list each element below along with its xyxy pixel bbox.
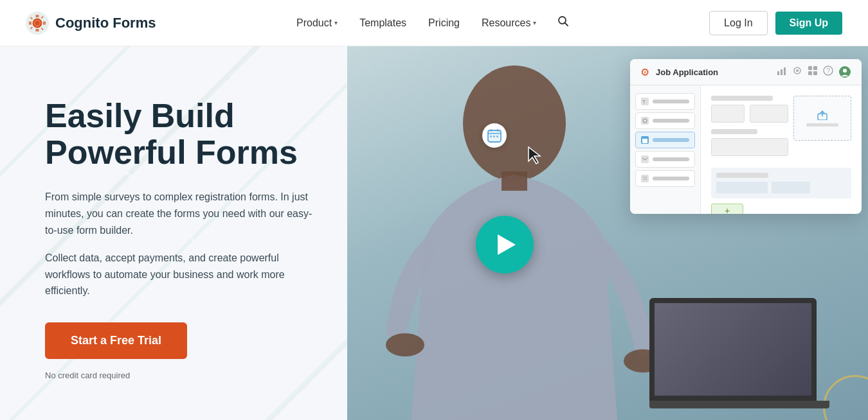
choice-field-icon xyxy=(641,175,649,182)
form-field xyxy=(711,138,788,156)
text-field-icon: T xyxy=(641,98,649,105)
hero-section: Easily Build Powerful Forms From simple … xyxy=(0,46,868,420)
field-item-date xyxy=(635,132,695,148)
form-title: Job Application xyxy=(656,67,718,77)
play-triangle-icon xyxy=(498,234,516,255)
svg-rect-27 xyxy=(641,117,649,125)
nav-templates[interactable]: Templates xyxy=(350,12,415,34)
email-field-icon xyxy=(641,155,649,163)
site-header: Cognito Forms Product ▾ Templates Pricin… xyxy=(0,0,868,46)
logo[interactable]: Cognito Forms xyxy=(26,12,156,35)
logo-wordmark: Cognito Forms xyxy=(55,15,156,31)
signup-button[interactable]: Sign Up xyxy=(775,12,842,35)
form-upload-section xyxy=(711,96,851,160)
svg-rect-11 xyxy=(502,171,527,191)
avatar-icon xyxy=(838,66,851,78)
form-gear-icon: ⚙ xyxy=(640,66,649,78)
svg-rect-34 xyxy=(641,175,649,182)
help-icon: ? xyxy=(823,66,833,76)
svg-point-9 xyxy=(386,333,424,356)
field-label xyxy=(653,138,689,142)
phone-icon xyxy=(641,117,649,125)
upload-box xyxy=(793,96,851,141)
svg-rect-20 xyxy=(813,71,817,75)
form-fields-sidebar: T xyxy=(630,85,701,214)
field-label-bar xyxy=(711,129,757,134)
form-field xyxy=(711,105,745,123)
chevron-down-icon: ▾ xyxy=(533,19,536,26)
hero-description-2: Collect data, accept payments, and creat… xyxy=(45,250,321,299)
svg-rect-30 xyxy=(642,139,647,143)
search-icon xyxy=(557,15,570,28)
svg-rect-17 xyxy=(808,66,812,70)
header-actions: Log In Sign Up xyxy=(709,11,842,35)
field-item-phone xyxy=(635,112,695,129)
svg-rect-40 xyxy=(491,129,492,132)
form-builder-ui: ⚙ Job Application xyxy=(630,59,862,214)
nav-resources[interactable]: Resources ▾ xyxy=(473,12,545,34)
field-label xyxy=(653,157,689,161)
grid-icon xyxy=(808,66,818,76)
svg-rect-18 xyxy=(813,66,817,70)
main-nav: Product ▾ Templates Pricing Resources ▾ xyxy=(287,10,577,36)
svg-point-24 xyxy=(843,69,847,73)
svg-point-8 xyxy=(463,66,566,181)
nav-pricing[interactable]: Pricing xyxy=(419,12,469,34)
form-row-group xyxy=(716,182,846,193)
form-field-small xyxy=(750,105,788,123)
svg-rect-14 xyxy=(784,67,786,75)
svg-rect-42 xyxy=(490,136,492,137)
form-chip xyxy=(716,182,768,193)
svg-point-1 xyxy=(35,21,40,26)
form-preview-area: + xyxy=(701,85,862,214)
svg-text:?: ? xyxy=(827,67,831,74)
form-fields-area xyxy=(711,96,788,160)
svg-rect-39 xyxy=(488,133,501,134)
calendar-field-icon xyxy=(641,136,649,144)
play-button[interactable] xyxy=(476,216,534,274)
calendar-icon xyxy=(487,128,502,143)
upload-icon xyxy=(816,110,829,120)
field-label xyxy=(653,119,689,123)
svg-rect-13 xyxy=(781,69,782,75)
form-ui-body: T xyxy=(630,85,862,214)
logo-icon xyxy=(26,12,49,35)
search-button[interactable] xyxy=(549,10,577,36)
field-item-choice xyxy=(635,170,695,187)
svg-rect-32 xyxy=(646,137,647,139)
laptop-base xyxy=(649,401,829,408)
hero-content: Easily Build Powerful Forms From simple … xyxy=(0,46,347,406)
svg-rect-33 xyxy=(641,155,649,163)
field-label xyxy=(653,100,689,103)
laptop-screen xyxy=(649,298,817,401)
field-label-bar xyxy=(716,173,768,178)
chevron-down-icon: ▾ xyxy=(334,19,338,26)
svg-rect-43 xyxy=(493,136,495,137)
hero-visual: ⚙ Job Application xyxy=(347,46,868,420)
field-label xyxy=(653,177,689,180)
svg-rect-44 xyxy=(496,136,498,137)
form-chip xyxy=(772,182,810,193)
svg-line-3 xyxy=(565,23,568,26)
login-button[interactable]: Log In xyxy=(709,11,767,35)
settings-icon xyxy=(792,66,802,76)
form-ui-header: ⚙ Job Application xyxy=(630,59,862,85)
upload-label-bar xyxy=(806,123,838,127)
laptop xyxy=(649,298,829,414)
form-row xyxy=(711,105,788,123)
chart-icon xyxy=(777,66,787,76)
add-field-button[interactable]: + xyxy=(711,204,743,214)
svg-rect-41 xyxy=(497,129,498,132)
nav-product[interactable]: Product ▾ xyxy=(287,12,347,34)
calendar-icon-bubble xyxy=(482,123,507,148)
play-button-area xyxy=(476,216,534,274)
field-item-email xyxy=(635,151,695,168)
form-section-block xyxy=(711,168,851,198)
svg-rect-12 xyxy=(777,71,779,75)
svg-point-16 xyxy=(796,69,799,72)
hero-description-1: From simple surveys to complex registrat… xyxy=(45,189,321,238)
field-item-text: T xyxy=(635,93,695,110)
svg-rect-19 xyxy=(808,71,812,75)
hero-title: Easily Build Powerful Forms xyxy=(45,98,321,171)
cta-button[interactable]: Start a Free Trial xyxy=(45,322,187,359)
